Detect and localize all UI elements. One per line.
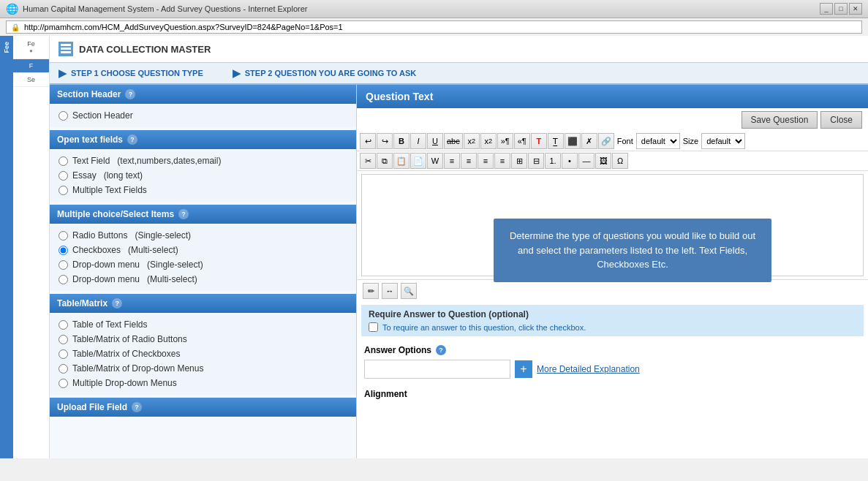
bold-button[interactable]: B xyxy=(393,133,410,149)
font-color-button[interactable]: T xyxy=(531,133,547,149)
radio-table-text-input[interactable] xyxy=(59,320,68,330)
align-left-button[interactable]: ≡ xyxy=(444,153,460,169)
nav-item-feedback[interactable]: F xyxy=(13,59,49,73)
table-matrix-group: Table/Matrix ? Table of Text Fields Tabl… xyxy=(50,294,356,395)
minimize-button[interactable]: _ xyxy=(820,3,833,15)
zoom-icon-button[interactable]: 🔍 xyxy=(401,283,417,299)
save-question-button[interactable]: Save Question xyxy=(741,111,818,129)
table-btn2[interactable]: ⊟ xyxy=(528,153,544,169)
underline-button[interactable]: U xyxy=(427,133,443,149)
radio-section-header[interactable]: Section Header xyxy=(59,108,347,123)
main-wrapper: Fee Fe ● F Se DATA COLLECTION MASTER ▶ S… xyxy=(0,36,868,458)
radio-multi-dropdown[interactable]: Multiple Drop-down Menus xyxy=(59,376,347,390)
table-matrix-help-icon[interactable]: ? xyxy=(112,298,122,308)
font-select[interactable]: default xyxy=(636,133,680,149)
browser-window-controls[interactable]: _ □ ✕ xyxy=(820,3,862,15)
multiple-choice-items: Radio Buttons (Single-select) Checkboxes… xyxy=(50,224,356,291)
edit-icon-button[interactable]: ✏ xyxy=(363,283,379,299)
close-window-button[interactable]: ✕ xyxy=(849,3,862,15)
content-area: DATA COLLECTION MASTER ▶ STEP 1 CHOOSE Q… xyxy=(50,36,868,458)
nav-item-select[interactable]: Se xyxy=(13,73,49,87)
radio-dropdown-multi-input[interactable] xyxy=(59,275,68,284)
close-button[interactable]: Close xyxy=(820,111,862,129)
url-input[interactable] xyxy=(24,23,857,31)
size-select[interactable]: default xyxy=(701,133,745,149)
indent-btn[interactable]: »¶ xyxy=(497,133,513,149)
align-center-button[interactable]: ≡ xyxy=(461,153,477,169)
radio-essay[interactable]: Essay (long text) xyxy=(59,168,347,183)
paste-text-button[interactable]: 📄 xyxy=(410,153,426,169)
table-button[interactable]: ⊞ xyxy=(511,153,527,169)
nav-item-fee[interactable]: Fe ● xyxy=(13,36,49,59)
radio-essay-input[interactable] xyxy=(59,171,68,181)
restore-button[interactable]: □ xyxy=(834,3,848,15)
outdent-btn[interactable]: «¶ xyxy=(514,133,530,149)
subscript-button[interactable]: x2 xyxy=(464,133,480,149)
add-answer-button[interactable]: + xyxy=(515,360,532,378)
radio-checkboxes-input[interactable] xyxy=(59,246,68,255)
radio-checkboxes-label: Checkboxes (Multi-select) xyxy=(72,245,178,255)
step1-arrow: ▶ xyxy=(59,67,67,79)
radio-multi-dropdown-input[interactable] xyxy=(59,379,68,388)
section-header-help-icon[interactable]: ? xyxy=(125,89,135,99)
toolbar-btn-9[interactable]: ✗ xyxy=(581,133,597,149)
ul-button[interactable]: • xyxy=(562,153,578,169)
font-highlight-button[interactable]: T̲ xyxy=(548,133,564,149)
upload-help-icon[interactable]: ? xyxy=(132,402,142,412)
radio-table-text[interactable]: Table of Text Fields xyxy=(59,317,347,332)
require-answer-checkbox[interactable] xyxy=(369,322,378,332)
radio-multiple-text[interactable]: Multiple Text Fields xyxy=(59,183,347,197)
cut-button[interactable]: ✂ xyxy=(360,153,376,169)
radio-table-dropdown[interactable]: Table/Matrix of Drop-down Menus xyxy=(59,361,347,376)
italic-button[interactable]: I xyxy=(410,133,426,149)
undo-button[interactable]: ↩ xyxy=(360,133,376,149)
img-button[interactable]: 🖼 xyxy=(595,153,611,169)
answer-input-row: + More Detailed Explanation xyxy=(364,360,861,379)
radio-text-field-input[interactable] xyxy=(59,156,68,166)
copy-button[interactable]: ⧉ xyxy=(377,153,393,169)
alignment-header: Alignment xyxy=(364,389,861,399)
radio-checkboxes[interactable]: Checkboxes (Multi-select) xyxy=(59,243,347,257)
paste-button[interactable]: 📋 xyxy=(393,153,410,169)
editor-bottom-icons: ✏ ↔ 🔍 xyxy=(357,279,868,302)
radio-section-header-input[interactable] xyxy=(59,111,68,121)
radio-dropdown-single-label: Drop-down menu (Single-select) xyxy=(72,260,203,270)
radio-table-dropdown-input[interactable] xyxy=(59,364,68,374)
strikethrough-button[interactable]: abc xyxy=(444,133,463,149)
radio-dropdown-single[interactable]: Drop-down menu (Single-select) xyxy=(59,257,347,272)
question-text-title: Question Text xyxy=(366,91,433,102)
source-icon-button[interactable]: ↔ xyxy=(382,283,398,299)
radio-table-radio[interactable]: Table/Matrix of Radio Buttons xyxy=(59,332,347,346)
redo-button[interactable]: ↪ xyxy=(377,133,393,149)
radio-text-field[interactable]: Text Field (text,numbers,dates,email) xyxy=(59,154,347,168)
link-button[interactable]: 🔗 xyxy=(598,133,614,149)
browser-icon: 🌐 xyxy=(6,3,18,15)
radio-table-radio-input[interactable] xyxy=(59,335,68,344)
editor-content-area[interactable]: Determine the type of questions you woul… xyxy=(361,174,864,276)
paste-word-button[interactable]: W xyxy=(427,153,443,169)
radio-dropdown-single-input[interactable] xyxy=(59,260,68,270)
info-popup: Determine the type of questions you woul… xyxy=(494,219,771,282)
radio-table-checkboxes-input[interactable] xyxy=(59,349,68,359)
answer-options-help-icon[interactable]: ? xyxy=(436,345,446,355)
open-text-help-icon[interactable]: ? xyxy=(127,135,137,145)
align-right-button[interactable]: ≡ xyxy=(478,153,494,169)
radio-dropdown-multi[interactable]: Drop-down menu (Multi-select) xyxy=(59,272,347,287)
multiple-choice-help-icon[interactable]: ? xyxy=(178,209,189,219)
open-text-items: Text Field (text,numbers,dates,email) Es… xyxy=(50,149,356,202)
hr-button[interactable]: — xyxy=(578,153,595,169)
radio-radio-buttons[interactable]: Radio Buttons (Single-select) xyxy=(59,228,347,243)
more-explanation-link[interactable]: More Detailed Explanation xyxy=(537,364,640,374)
superscript-button[interactable]: x2 xyxy=(480,133,497,149)
radio-table-checkboxes[interactable]: Table/Matrix of Checkboxes xyxy=(59,346,347,361)
radio-radio-buttons-input[interactable] xyxy=(59,231,68,240)
toolbar-btn-8[interactable]: ⬛ xyxy=(565,133,581,149)
step1: ▶ STEP 1 CHOOSE QUESTION TYPE xyxy=(59,67,203,79)
align-justify-button[interactable]: ≡ xyxy=(494,153,510,169)
page-title: DATA COLLECTION MASTER xyxy=(79,44,211,55)
radio-multiple-text-input[interactable] xyxy=(59,186,68,195)
special-char-button[interactable]: Ω xyxy=(612,153,628,169)
radio-dropdown-multi-label: Drop-down menu (Multi-select) xyxy=(72,274,197,284)
answer-option-input[interactable] xyxy=(364,360,510,379)
ol-button[interactable]: 1. xyxy=(545,153,561,169)
